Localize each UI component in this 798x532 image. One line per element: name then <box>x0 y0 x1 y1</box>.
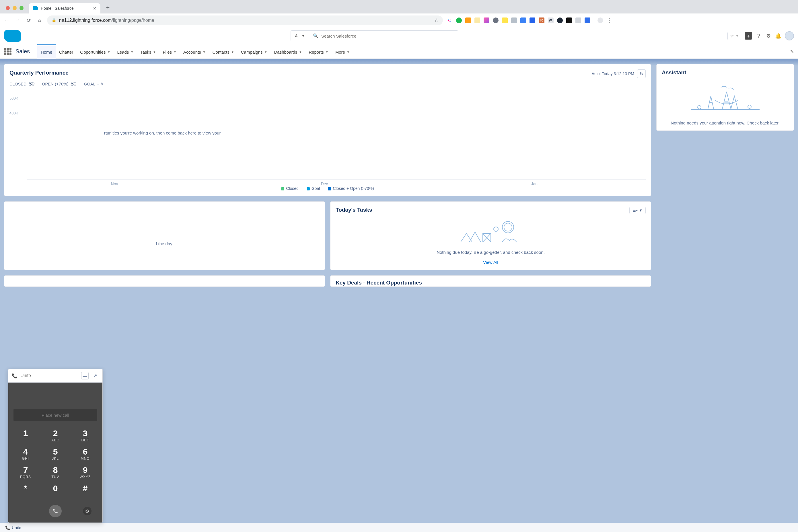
dialpad-key-2[interactable]: 2ABC <box>43 429 68 442</box>
open-value: $0 <box>71 81 77 87</box>
app-launcher-icon[interactable] <box>4 48 12 55</box>
search-icon: 🔍 <box>313 33 318 38</box>
new-tab-button[interactable]: ＋ <box>100 1 115 14</box>
extension-icon[interactable] <box>566 18 572 23</box>
chevron-down-icon: ▼ <box>203 51 206 54</box>
nav-item-contacts[interactable]: Contacts ▼ <box>209 44 238 59</box>
dialpad-key-#[interactable]: # <box>73 484 97 497</box>
window-close[interactable] <box>6 6 10 10</box>
chevron-down-icon: ▼ <box>299 51 302 54</box>
dialpad-key-6[interactable]: 6MNO <box>73 448 97 461</box>
nav-item-accounts[interactable]: Accounts ▼ <box>180 44 209 59</box>
assistant-card: Assistant Nothing needs your attention r… <box>656 64 794 131</box>
chrome-profile-icon[interactable] <box>597 18 603 23</box>
nav-home[interactable]: ⌂ <box>36 17 43 23</box>
cti-settings-icon[interactable]: ⚙ <box>83 507 92 515</box>
nav-item-files[interactable]: Files ▼ <box>159 44 180 59</box>
extension-icon[interactable] <box>474 18 480 23</box>
svg-point-5 <box>504 223 512 231</box>
url-field[interactable]: 🔒 na112.lightning.force.com/lightning/pa… <box>47 16 443 25</box>
dial-input[interactable] <box>14 409 97 421</box>
cti-minimize-button[interactable]: — <box>81 372 89 379</box>
setup-gear-icon[interactable]: ⚙ <box>765 33 772 39</box>
tab-close-icon[interactable]: ✕ <box>93 6 96 11</box>
nav-back[interactable]: ← <box>3 17 10 23</box>
refresh-button[interactable]: ↻ <box>637 70 646 78</box>
nav-item-reports[interactable]: Reports ▼ <box>305 44 331 59</box>
browser-tab[interactable]: Home | Salesforce ✕ <box>29 3 100 14</box>
help-icon[interactable]: ? <box>756 33 762 39</box>
extension-icon[interactable]: R <box>539 18 545 23</box>
dialpad-key-9[interactable]: 9WXYZ <box>73 466 97 479</box>
search-input[interactable]: 🔍 Search Salesforce <box>309 31 458 41</box>
dialpad-key-4[interactable]: 4GHI <box>14 448 38 461</box>
performance-chart: 500K 400K rtunities you're working on, t… <box>10 93 646 188</box>
extension-icon[interactable] <box>530 18 535 23</box>
dialpad-key-7[interactable]: 7PQRS <box>14 466 38 479</box>
nav-item-tasks[interactable]: Tasks ▼ <box>137 44 159 59</box>
extension-icon[interactable] <box>483 18 489 23</box>
extension-icon[interactable] <box>447 18 453 23</box>
x-ticks: Nov Dec Jan <box>10 182 646 186</box>
edit-goal-icon[interactable]: ✎ <box>100 82 104 86</box>
extension-icon[interactable] <box>520 18 526 23</box>
chart-empty-hint: rtunities you're working on, then come b… <box>104 131 221 135</box>
nav-forward[interactable]: → <box>14 17 21 23</box>
tasks-empty-msg: Nothing due today. Be a go-getter, and c… <box>336 250 646 255</box>
url-text: na112.lightning.force.com/lightning/page… <box>59 18 154 23</box>
dialpad-key-3[interactable]: 3DEF <box>73 429 97 442</box>
nav-item-campaigns[interactable]: Campaigns ▼ <box>238 44 271 59</box>
call-button[interactable] <box>49 505 62 517</box>
phone-icon: 📞 <box>12 373 18 379</box>
edit-nav-icon[interactable]: ✎ <box>790 49 794 54</box>
extension-icon[interactable]: W. <box>548 18 554 23</box>
salesforce-logo[interactable] <box>4 30 21 42</box>
app-nav: Sales HomeChatterOpportunities ▼Leads ▼T… <box>0 44 798 59</box>
extension-icon[interactable] <box>465 18 471 23</box>
chevron-down-icon: ▼ <box>231 51 234 54</box>
user-avatar[interactable] <box>785 31 794 40</box>
notifications-bell-icon[interactable]: 🔔 <box>775 33 781 39</box>
phone-icon: 📞 <box>5 526 10 530</box>
window-maximize[interactable] <box>19 6 23 10</box>
x-axis <box>27 179 646 180</box>
nav-item-dashboards[interactable]: Dashboards ▼ <box>270 44 305 59</box>
salesforce-favicon <box>33 6 38 10</box>
nav-item-more[interactable]: More ▼ <box>332 44 353 59</box>
extension-icon[interactable] <box>585 18 590 23</box>
utility-item-unite[interactable]: 📞 Unite <box>3 524 23 531</box>
dialpad-key-*[interactable]: * <box>14 484 38 497</box>
extension-icon[interactable] <box>511 18 517 23</box>
extension-icon[interactable] <box>557 18 563 23</box>
nav-item-chatter[interactable]: Chatter <box>56 44 77 59</box>
nav-reload[interactable]: ⟳ <box>25 17 32 23</box>
window-minimize[interactable] <box>13 6 17 10</box>
extension-icon[interactable] <box>456 18 462 23</box>
nav-item-home[interactable]: Home <box>37 44 56 59</box>
extension-icon[interactable] <box>502 18 508 23</box>
dialpad-key-0[interactable]: 0 <box>43 484 68 497</box>
chrome-menu-icon[interactable]: ⋮ <box>607 17 612 23</box>
nav-item-leads[interactable]: Leads ▼ <box>114 44 137 59</box>
chevron-down-icon: ▼ <box>107 51 110 54</box>
bookmark-star-icon[interactable]: ☆ <box>434 18 438 23</box>
extension-icon[interactable] <box>575 18 581 23</box>
search-scope-dropdown[interactable]: All▼ <box>290 31 309 41</box>
global-add-button[interactable]: ＋ <box>745 32 752 40</box>
favorites-button[interactable]: ☆▼ <box>727 32 741 40</box>
separator <box>594 17 594 23</box>
tasks-illustration <box>336 215 646 246</box>
dialpad-key-5[interactable]: 5JKL <box>43 448 68 461</box>
search-placeholder: Search Salesforce <box>321 34 357 38</box>
cti-softphone-panel: 📞 Unite — ↗ 12ABC3DEF4GHI5JKL6MNO7PQRS8T… <box>8 369 103 523</box>
svg-point-3 <box>494 227 498 231</box>
tasks-filter-dropdown[interactable]: ☰▾ ▼ <box>629 207 646 214</box>
view-all-link[interactable]: View All <box>336 260 646 265</box>
chevron-down-icon: ▼ <box>326 51 328 54</box>
cti-popout-icon[interactable]: ↗ <box>92 372 99 379</box>
dialpad-key-1[interactable]: 1 <box>14 429 38 442</box>
dialpad-key-8[interactable]: 8TUV <box>43 466 68 479</box>
extension-icon[interactable] <box>493 18 498 23</box>
nav-item-opportunities[interactable]: Opportunities ▼ <box>77 44 114 59</box>
app-name: Sales <box>16 48 30 55</box>
